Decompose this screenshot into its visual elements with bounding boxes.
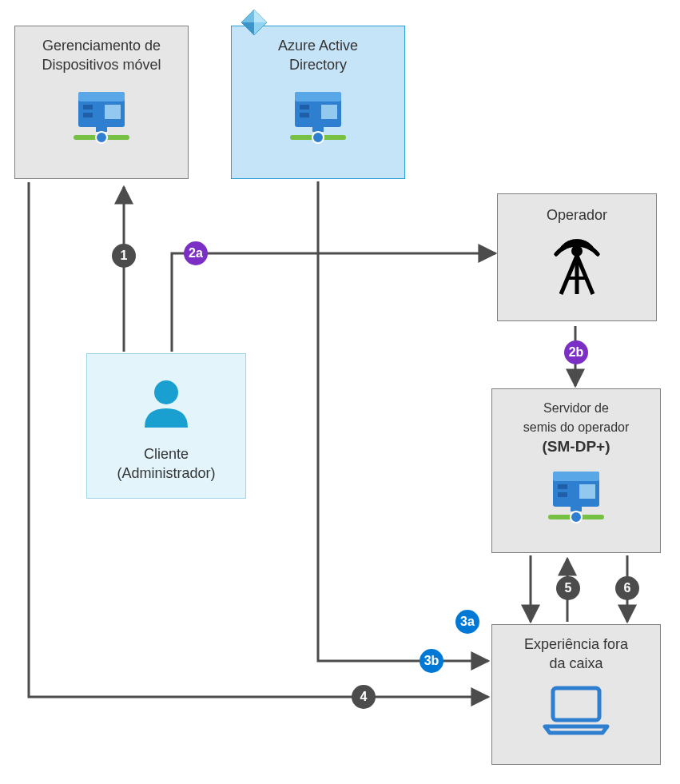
laptop-icon	[492, 673, 660, 749]
svg-rect-18	[295, 92, 341, 101]
svg-rect-13	[105, 105, 121, 119]
svg-rect-10	[78, 92, 125, 101]
cliente-line1: Cliente	[144, 446, 189, 462]
step-2a-badge: 2a	[184, 241, 208, 265]
smdp-line3: (SM-DP+)	[500, 437, 652, 456]
step-3b-badge: 3b	[420, 649, 443, 673]
svg-rect-21	[321, 105, 337, 119]
box-operador-title: Operador	[498, 194, 656, 225]
step-4-badge: 4	[352, 685, 376, 709]
step-2b-badge: 2b	[564, 340, 588, 364]
azure-gem-icon	[240, 8, 268, 37]
step-2a-label: 2a	[189, 246, 203, 261]
svg-rect-34	[558, 492, 567, 497]
step-2b-label: 2b	[569, 345, 584, 360]
svg-line-28	[577, 256, 593, 294]
svg-rect-35	[579, 484, 595, 499]
box-oobe: Experiência fora da caixa	[491, 624, 661, 765]
antenna-icon	[498, 225, 656, 304]
step-5-label: 5	[565, 581, 572, 595]
aad-line1: Azure Active	[278, 38, 358, 54]
aad-line2: Directory	[289, 57, 347, 73]
svg-rect-20	[300, 113, 309, 117]
step-6-badge: 6	[615, 576, 639, 600]
svg-rect-19	[300, 105, 309, 109]
svg-rect-33	[558, 484, 567, 489]
box-cliente-title: Cliente (Administrador)	[87, 443, 245, 483]
smdp-line2: semis do operador	[500, 418, 652, 437]
svg-point-30	[154, 380, 178, 404]
box-aad: Azure Active Directory	[231, 26, 405, 179]
step-6-label: 6	[624, 581, 631, 595]
svg-rect-11	[83, 105, 93, 109]
svg-rect-12	[83, 113, 93, 117]
smdp-line1: Servidor de	[500, 399, 652, 418]
box-operador: Operador	[497, 193, 657, 321]
svg-point-24	[312, 132, 324, 143]
cliente-line2: (Administrador)	[117, 465, 215, 481]
box-mdm-title: Gerenciamento de Dispositivos móvel	[15, 26, 188, 74]
user-icon	[87, 354, 245, 443]
step-1-label: 1	[121, 249, 128, 263]
box-smdp-title: Servidor de semis do operador (SM-DP+)	[492, 389, 660, 456]
svg-line-27	[561, 256, 577, 294]
box-mdm: Gerenciamento de Dispositivos móvel	[14, 26, 189, 179]
step-1-badge: 1	[112, 244, 136, 268]
svg-point-38	[571, 511, 582, 523]
step-3b-label: 3b	[424, 654, 439, 668]
box-smdp: Servidor de semis do operador (SM-DP+)	[491, 388, 661, 553]
server-icon	[492, 456, 660, 536]
step-3a-badge: 3a	[455, 610, 479, 634]
step-5-badge: 5	[556, 576, 580, 600]
operador-line1: Operador	[547, 207, 607, 223]
svg-point-16	[96, 132, 107, 143]
step-3a-label: 3a	[460, 615, 475, 629]
oobe-line2: da caixa	[549, 655, 602, 671]
step-4-label: 4	[360, 690, 368, 704]
mdm-line2: Dispositivos móvel	[42, 57, 161, 73]
server-icon	[15, 74, 188, 158]
mdm-line1: Gerenciamento de	[42, 38, 161, 54]
svg-rect-32	[553, 472, 599, 481]
svg-rect-39	[553, 688, 599, 720]
svg-point-25	[571, 245, 583, 257]
box-cliente: Cliente (Administrador)	[86, 353, 246, 499]
oobe-line1: Experiência fora	[524, 636, 628, 652]
server-icon	[232, 74, 404, 158]
box-oobe-title: Experiência fora da caixa	[492, 625, 660, 673]
